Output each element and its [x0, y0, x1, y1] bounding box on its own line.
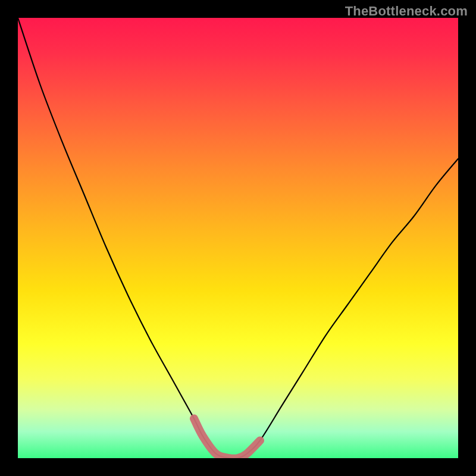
chart-plot-area [18, 18, 458, 458]
chart-frame: TheBottleneck.com [0, 0, 476, 476]
bottleneck-curve-path [18, 18, 458, 458]
bottleneck-curve-highlight [194, 418, 260, 458]
watermark-text: TheBottleneck.com [345, 4, 468, 19]
chart-svg [18, 18, 458, 458]
